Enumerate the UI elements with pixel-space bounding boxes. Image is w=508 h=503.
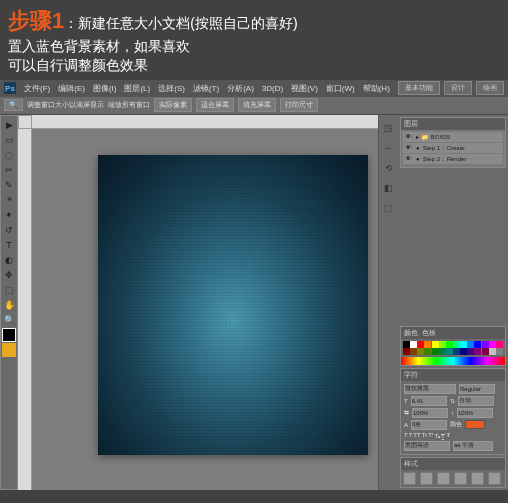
swatch[interactable] — [474, 348, 481, 355]
tool-shape[interactable]: ⬚ — [2, 283, 16, 297]
opt-zoomall[interactable]: 缩放所有窗口 — [108, 100, 150, 110]
opt-zoom-icon[interactable]: 🔍 — [4, 99, 23, 111]
opt-actual[interactable]: 实际像素 — [154, 98, 192, 112]
char-tab[interactable]: 字符 — [404, 370, 418, 380]
tool-zoom[interactable]: 🔍 — [2, 313, 16, 327]
font-style-select[interactable] — [459, 384, 495, 394]
layer-row-1[interactable]: 👁 ● Step 1 :: Create — [403, 143, 503, 153]
style-swatch[interactable] — [403, 472, 416, 485]
scale-input[interactable] — [457, 408, 493, 418]
workspace-basic[interactable]: 基本功能 — [398, 81, 440, 95]
swatch[interactable] — [432, 348, 439, 355]
tool-clone[interactable]: ↺ — [2, 223, 16, 237]
tool-move[interactable]: ▶ — [2, 118, 16, 132]
opt-resize[interactable]: 调整窗口大小以满屏显示 — [27, 100, 104, 110]
style-strike[interactable]: Ŧ — [446, 432, 450, 438]
workspace-design[interactable]: 设计 — [444, 81, 472, 95]
swatch[interactable] — [432, 341, 439, 348]
tool-type[interactable]: T — [2, 238, 16, 252]
dock-icon-1[interactable]: ◳ — [382, 121, 396, 135]
swatch[interactable] — [410, 341, 417, 348]
dock-icon-3[interactable]: ⟲ — [382, 161, 396, 175]
menu-image[interactable]: 图像(I) — [93, 83, 117, 94]
swatch[interactable] — [403, 348, 410, 355]
menu-analysis[interactable]: 分析(A) — [227, 83, 254, 94]
swatch[interactable] — [410, 348, 417, 355]
visibility-icon[interactable]: 👁 — [405, 155, 413, 163]
dock-icon-2[interactable]: ↔ — [382, 141, 396, 155]
swatch[interactable] — [460, 341, 467, 348]
style-sub[interactable]: T₁ — [435, 432, 441, 439]
swatch[interactable] — [446, 348, 453, 355]
tool-heal[interactable]: ✦ — [2, 208, 16, 222]
style-swatch[interactable] — [454, 472, 467, 485]
menu-edit[interactable]: 编辑(E) — [58, 83, 85, 94]
opt-print[interactable]: 打印尺寸 — [280, 98, 318, 112]
swatch[interactable] — [417, 348, 424, 355]
swatches-tab[interactable]: 色板 — [422, 328, 436, 338]
style-caps[interactable]: TT — [413, 432, 420, 438]
visibility-icon[interactable]: 👁 — [405, 144, 413, 152]
ruler-horizontal[interactable] — [32, 115, 378, 129]
style-small[interactable]: Tr — [422, 432, 427, 438]
baseline-input[interactable] — [411, 420, 447, 430]
swatch[interactable] — [439, 348, 446, 355]
tool-fgbg-swatch[interactable] — [2, 328, 16, 342]
swatch[interactable] — [424, 348, 431, 355]
swatch[interactable] — [439, 341, 446, 348]
tracking-input[interactable] — [412, 408, 448, 418]
swatch[interactable] — [453, 348, 460, 355]
swatch[interactable] — [460, 348, 467, 355]
style-swatch[interactable] — [471, 472, 484, 485]
style-under[interactable]: Ṯ — [441, 432, 445, 439]
leading-input[interactable] — [458, 396, 494, 406]
menu-window[interactable]: 窗口(W) — [326, 83, 355, 94]
ruler-vertical[interactable] — [18, 129, 32, 490]
menu-file[interactable]: 文件(F) — [24, 83, 50, 94]
swatch[interactable] — [474, 341, 481, 348]
layer-group[interactable]: 👁 ▸ 📁 BOX05 — [403, 132, 503, 142]
swatch[interactable] — [496, 341, 503, 348]
text-color-swatch[interactable] — [465, 420, 485, 429]
menu-layer[interactable]: 图层(L) — [124, 83, 150, 94]
aa-select[interactable] — [453, 441, 493, 451]
visibility-icon[interactable]: 👁 — [405, 133, 413, 141]
tool-eyedropper[interactable]: ⌖ — [2, 193, 16, 207]
menu-3d[interactable]: 3D(D) — [262, 84, 283, 93]
style-sup[interactable]: T¹ — [428, 432, 434, 438]
tool-marquee[interactable]: ▭ — [2, 133, 16, 147]
menu-help[interactable]: 帮助(H) — [363, 83, 390, 94]
tool-hand[interactable]: ✋ — [2, 298, 16, 312]
swatch[interactable] — [424, 341, 431, 348]
workspace-paint[interactable]: 绘画 — [476, 81, 504, 95]
swatch[interactable] — [417, 341, 424, 348]
swatch[interactable] — [403, 341, 410, 348]
style-swatch[interactable] — [420, 472, 433, 485]
tool-pen[interactable]: ✥ — [2, 268, 16, 282]
styles-tab[interactable]: 样式 — [404, 459, 418, 469]
tool-crop[interactable]: ✂ — [2, 163, 16, 177]
menu-select[interactable]: 选择(S) — [158, 83, 185, 94]
swatch[interactable] — [496, 348, 503, 355]
menu-view[interactable]: 视图(V) — [291, 83, 318, 94]
swatch[interactable] — [489, 341, 496, 348]
tool-gradient[interactable]: ◐ — [2, 253, 16, 267]
style-bold[interactable]: T — [404, 432, 408, 438]
opt-fit[interactable]: 适合屏幕 — [196, 98, 234, 112]
color-ramp[interactable] — [401, 357, 505, 365]
tool-quickmask[interactable] — [2, 343, 16, 357]
layers-tab[interactable]: 图层 — [404, 119, 418, 129]
swatch[interactable] — [446, 341, 453, 348]
layer-row-2[interactable]: 👁 ● Step 2 :: Render — [403, 154, 503, 164]
style-swatch[interactable] — [488, 472, 501, 485]
style-italic[interactable]: T — [409, 432, 413, 438]
font-family-select[interactable] — [404, 384, 456, 394]
swatch[interactable] — [453, 341, 460, 348]
style-swatch[interactable] — [437, 472, 450, 485]
dock-icon-5[interactable]: ⬚ — [382, 201, 396, 215]
opt-fill[interactable]: 填充屏幕 — [238, 98, 276, 112]
swatch[interactable] — [467, 348, 474, 355]
menu-filter[interactable]: 滤镜(T) — [193, 83, 219, 94]
tool-lasso[interactable]: ◌ — [2, 148, 16, 162]
font-size-input[interactable] — [411, 396, 447, 406]
